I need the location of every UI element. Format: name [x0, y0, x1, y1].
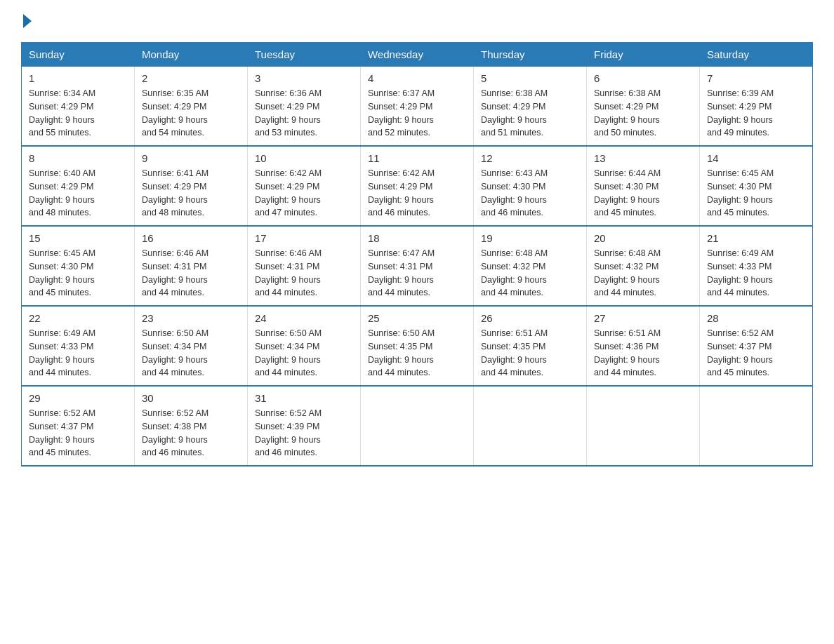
- calendar-cell: 24 Sunrise: 6:50 AM Sunset: 4:34 PM Dayl…: [248, 306, 361, 386]
- calendar-cell: 12 Sunrise: 6:43 AM Sunset: 4:30 PM Dayl…: [474, 146, 587, 226]
- day-number: 22: [29, 312, 127, 324]
- day-number: 13: [594, 152, 692, 164]
- day-info: Sunrise: 6:52 AM Sunset: 4:37 PM Dayligh…: [29, 407, 127, 459]
- day-info: Sunrise: 6:48 AM Sunset: 4:32 PM Dayligh…: [481, 247, 579, 300]
- day-info: Sunrise: 6:34 AM Sunset: 4:29 PM Dayligh…: [29, 87, 127, 140]
- day-info: Sunrise: 6:38 AM Sunset: 4:29 PM Dayligh…: [594, 87, 692, 140]
- calendar-cell: 19 Sunrise: 6:48 AM Sunset: 4:32 PM Dayl…: [474, 226, 587, 306]
- day-info: Sunrise: 6:52 AM Sunset: 4:37 PM Dayligh…: [707, 327, 805, 380]
- calendar-cell: 8 Sunrise: 6:40 AM Sunset: 4:29 PM Dayli…: [22, 146, 135, 226]
- calendar-cell: 6 Sunrise: 6:38 AM Sunset: 4:29 PM Dayli…: [587, 67, 700, 147]
- day-info: Sunrise: 6:52 AM Sunset: 4:39 PM Dayligh…: [255, 407, 353, 459]
- day-info: Sunrise: 6:43 AM Sunset: 4:30 PM Dayligh…: [481, 167, 579, 220]
- day-info: Sunrise: 6:49 AM Sunset: 4:33 PM Dayligh…: [29, 327, 127, 380]
- calendar-cell: 27 Sunrise: 6:51 AM Sunset: 4:36 PM Dayl…: [587, 306, 700, 386]
- col-tuesday: Tuesday: [248, 43, 361, 67]
- day-number: 28: [707, 312, 805, 324]
- calendar-cell: 18 Sunrise: 6:47 AM Sunset: 4:31 PM Dayl…: [361, 226, 474, 306]
- calendar-cell: 4 Sunrise: 6:37 AM Sunset: 4:29 PM Dayli…: [361, 67, 474, 147]
- calendar-cell: 1 Sunrise: 6:34 AM Sunset: 4:29 PM Dayli…: [22, 67, 135, 147]
- calendar-cell: 28 Sunrise: 6:52 AM Sunset: 4:37 PM Dayl…: [700, 306, 813, 386]
- calendar-header-row: Sunday Monday Tuesday Wednesday Thursday…: [22, 43, 813, 67]
- day-number: 4: [368, 72, 466, 84]
- day-number: 27: [594, 312, 692, 324]
- calendar-cell: [361, 386, 474, 466]
- calendar-week-row: 8 Sunrise: 6:40 AM Sunset: 4:29 PM Dayli…: [22, 146, 813, 226]
- day-info: Sunrise: 6:41 AM Sunset: 4:29 PM Dayligh…: [142, 167, 240, 220]
- calendar-cell: 7 Sunrise: 6:39 AM Sunset: 4:29 PM Dayli…: [700, 67, 813, 147]
- calendar-cell: 17 Sunrise: 6:46 AM Sunset: 4:31 PM Dayl…: [248, 226, 361, 306]
- day-info: Sunrise: 6:42 AM Sunset: 4:29 PM Dayligh…: [255, 167, 353, 220]
- logo-arrow-icon: [23, 14, 32, 28]
- day-info: Sunrise: 6:35 AM Sunset: 4:29 PM Dayligh…: [142, 87, 240, 140]
- day-info: Sunrise: 6:47 AM Sunset: 4:31 PM Dayligh…: [368, 247, 466, 300]
- day-number: 15: [29, 232, 127, 244]
- calendar-cell: 13 Sunrise: 6:44 AM Sunset: 4:30 PM Dayl…: [587, 146, 700, 226]
- col-monday: Monday: [135, 43, 248, 67]
- day-number: 10: [255, 152, 353, 164]
- day-number: 6: [594, 72, 692, 84]
- calendar-cell: 3 Sunrise: 6:36 AM Sunset: 4:29 PM Dayli…: [248, 67, 361, 147]
- day-info: Sunrise: 6:50 AM Sunset: 4:35 PM Dayligh…: [368, 327, 466, 380]
- day-number: 23: [142, 312, 240, 324]
- calendar-cell: 26 Sunrise: 6:51 AM Sunset: 4:35 PM Dayl…: [474, 306, 587, 386]
- day-info: Sunrise: 6:50 AM Sunset: 4:34 PM Dayligh…: [142, 327, 240, 380]
- col-friday: Friday: [587, 43, 700, 67]
- calendar-cell: 20 Sunrise: 6:48 AM Sunset: 4:32 PM Dayl…: [587, 226, 700, 306]
- day-info: Sunrise: 6:42 AM Sunset: 4:29 PM Dayligh…: [368, 167, 466, 220]
- day-info: Sunrise: 6:49 AM Sunset: 4:33 PM Dayligh…: [707, 247, 805, 300]
- day-info: Sunrise: 6:52 AM Sunset: 4:38 PM Dayligh…: [142, 407, 240, 459]
- calendar-cell: 21 Sunrise: 6:49 AM Sunset: 4:33 PM Dayl…: [700, 226, 813, 306]
- page-header: [21, 14, 813, 28]
- calendar-cell: 11 Sunrise: 6:42 AM Sunset: 4:29 PM Dayl…: [361, 146, 474, 226]
- day-info: Sunrise: 6:37 AM Sunset: 4:29 PM Dayligh…: [368, 87, 466, 140]
- day-number: 12: [481, 152, 579, 164]
- day-info: Sunrise: 6:45 AM Sunset: 4:30 PM Dayligh…: [29, 247, 127, 300]
- day-number: 30: [142, 392, 240, 404]
- calendar-cell: 5 Sunrise: 6:38 AM Sunset: 4:29 PM Dayli…: [474, 67, 587, 147]
- day-info: Sunrise: 6:48 AM Sunset: 4:32 PM Dayligh…: [594, 247, 692, 300]
- day-number: 24: [255, 312, 353, 324]
- calendar-cell: 10 Sunrise: 6:42 AM Sunset: 4:29 PM Dayl…: [248, 146, 361, 226]
- calendar-cell: 2 Sunrise: 6:35 AM Sunset: 4:29 PM Dayli…: [135, 67, 248, 147]
- calendar-week-row: 1 Sunrise: 6:34 AM Sunset: 4:29 PM Dayli…: [22, 67, 813, 147]
- day-info: Sunrise: 6:39 AM Sunset: 4:29 PM Dayligh…: [707, 87, 805, 140]
- calendar-cell: [474, 386, 587, 466]
- col-saturday: Saturday: [700, 43, 813, 67]
- day-info: Sunrise: 6:51 AM Sunset: 4:35 PM Dayligh…: [481, 327, 579, 380]
- col-sunday: Sunday: [22, 43, 135, 67]
- day-number: 3: [255, 72, 353, 84]
- day-info: Sunrise: 6:38 AM Sunset: 4:29 PM Dayligh…: [481, 87, 579, 140]
- day-number: 26: [481, 312, 579, 324]
- day-number: 19: [481, 232, 579, 244]
- day-number: 31: [255, 392, 353, 404]
- day-info: Sunrise: 6:46 AM Sunset: 4:31 PM Dayligh…: [142, 247, 240, 300]
- day-number: 17: [255, 232, 353, 244]
- logo: [21, 14, 32, 28]
- calendar-cell: 16 Sunrise: 6:46 AM Sunset: 4:31 PM Dayl…: [135, 226, 248, 306]
- day-number: 25: [368, 312, 466, 324]
- col-thursday: Thursday: [474, 43, 587, 67]
- calendar-cell: 30 Sunrise: 6:52 AM Sunset: 4:38 PM Dayl…: [135, 386, 248, 466]
- day-info: Sunrise: 6:46 AM Sunset: 4:31 PM Dayligh…: [255, 247, 353, 300]
- day-info: Sunrise: 6:51 AM Sunset: 4:36 PM Dayligh…: [594, 327, 692, 380]
- calendar-week-row: 29 Sunrise: 6:52 AM Sunset: 4:37 PM Dayl…: [22, 386, 813, 466]
- calendar-table: Sunday Monday Tuesday Wednesday Thursday…: [21, 42, 813, 467]
- calendar-cell: 22 Sunrise: 6:49 AM Sunset: 4:33 PM Dayl…: [22, 306, 135, 386]
- day-info: Sunrise: 6:36 AM Sunset: 4:29 PM Dayligh…: [255, 87, 353, 140]
- calendar-cell: 14 Sunrise: 6:45 AM Sunset: 4:30 PM Dayl…: [700, 146, 813, 226]
- calendar-cell: [587, 386, 700, 466]
- day-number: 7: [707, 72, 805, 84]
- day-info: Sunrise: 6:40 AM Sunset: 4:29 PM Dayligh…: [29, 167, 127, 220]
- day-number: 14: [707, 152, 805, 164]
- day-info: Sunrise: 6:50 AM Sunset: 4:34 PM Dayligh…: [255, 327, 353, 380]
- calendar-cell: 15 Sunrise: 6:45 AM Sunset: 4:30 PM Dayl…: [22, 226, 135, 306]
- calendar-cell: 9 Sunrise: 6:41 AM Sunset: 4:29 PM Dayli…: [135, 146, 248, 226]
- calendar-cell: 31 Sunrise: 6:52 AM Sunset: 4:39 PM Dayl…: [248, 386, 361, 466]
- day-number: 11: [368, 152, 466, 164]
- calendar-cell: 25 Sunrise: 6:50 AM Sunset: 4:35 PM Dayl…: [361, 306, 474, 386]
- day-number: 21: [707, 232, 805, 244]
- day-number: 1: [29, 72, 127, 84]
- day-number: 2: [142, 72, 240, 84]
- day-number: 5: [481, 72, 579, 84]
